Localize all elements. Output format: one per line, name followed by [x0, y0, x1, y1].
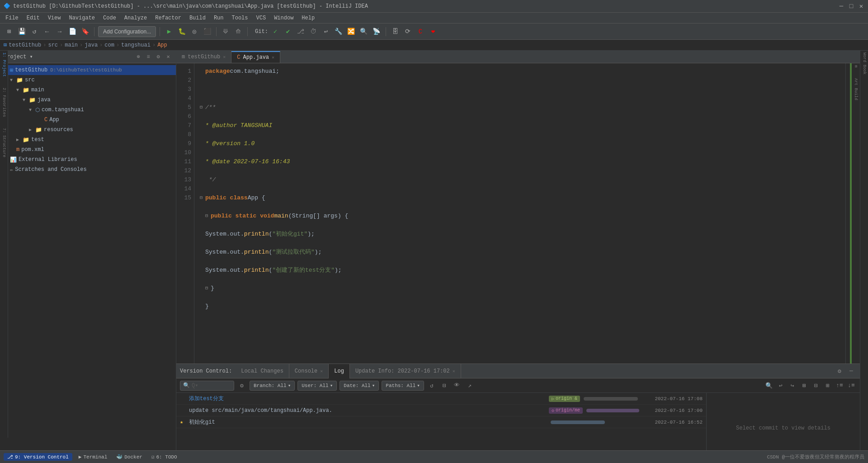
- commit-row-2[interactable]: update src/main/java/com/tangshuai/App.j…: [176, 405, 706, 416]
- sync-btn[interactable]: ↺: [29, 26, 40, 37]
- commit-row-1[interactable]: 添加test分支 ▷ origin & 2022-07-16 17:08: [176, 393, 706, 405]
- fold-8[interactable]: ⊟: [200, 194, 205, 203]
- favorites-sidebar-label[interactable]: 2: Favorites: [2, 88, 6, 117]
- fold-9[interactable]: ⊟: [205, 212, 211, 221]
- layout3-btn[interactable]: ⊞: [823, 381, 833, 391]
- project-sidebar-label[interactable]: 1: Project: [2, 52, 6, 77]
- full-search-btn[interactable]: 🔍: [764, 381, 774, 391]
- menu-view[interactable]: View: [44, 14, 65, 22]
- tab-local-changes[interactable]: Local Changes: [236, 364, 289, 378]
- layout2-btn[interactable]: ⊟: [811, 381, 821, 391]
- menu-help[interactable]: Help: [298, 14, 318, 22]
- menu-navigate[interactable]: Navigate: [65, 14, 99, 22]
- paths-filter[interactable]: Paths: All ▾: [382, 381, 424, 391]
- breadcrumb-tangshuai[interactable]: tangshuai: [121, 42, 151, 48]
- undo-btn[interactable]: ↩: [321, 26, 331, 37]
- tab-log[interactable]: Log: [329, 364, 350, 378]
- remote-btn[interactable]: 📡: [371, 26, 382, 37]
- back-btn[interactable]: ←: [42, 26, 52, 37]
- tree-item-java[interactable]: ▼ 📁 java: [0, 95, 176, 105]
- close-button[interactable]: ✕: [858, 3, 864, 9]
- run-btn[interactable]: ▶: [164, 26, 175, 37]
- word-book-label[interactable]: Word Book: [862, 52, 867, 75]
- add-configuration-button[interactable]: Add Configuration...: [98, 26, 156, 37]
- refresh-log-btn[interactable]: ↺: [427, 381, 437, 391]
- tree-item-testgithub[interactable]: ▼ ⊞ testGithub D:\GithubTest\testGithub: [0, 65, 176, 75]
- sort-asc-btn[interactable]: ↑≡: [835, 381, 844, 391]
- run-with-coverage-btn[interactable]: ◎: [189, 26, 200, 37]
- tree-item-com-tangshuai[interactable]: ▼ ⬡ com.tangshuai: [0, 105, 176, 115]
- tree-item-pom[interactable]: ▶ m pom.xml: [0, 145, 176, 155]
- art-build-strip-label[interactable]: Art Build: [854, 78, 858, 100]
- tree-item-resources[interactable]: ▶ 📁 resources: [0, 125, 176, 135]
- tree-item-ext-libs[interactable]: ▶ 📊 External Libraries: [0, 155, 176, 165]
- tab-appjava[interactable]: C App.java ✕: [231, 51, 280, 63]
- tree-item-app[interactable]: ▶ C App: [0, 115, 176, 125]
- redo-log-btn[interactable]: ↪: [788, 381, 797, 391]
- breadcrumb-testgithub[interactable]: testGithub: [9, 42, 41, 48]
- search-btn[interactable]: 🔍: [359, 26, 369, 37]
- sync2-btn[interactable]: ⟳: [402, 26, 413, 37]
- bottom-minimize-btn[interactable]: ─: [846, 366, 856, 376]
- tree-item-src[interactable]: ▼ 📁 src: [0, 75, 176, 85]
- docker-btn[interactable]: 🐳 Docker: [113, 454, 145, 460]
- tree-item-scratches[interactable]: ▶ ✏ Scratches and Consoles: [0, 165, 176, 175]
- close-panel-btn[interactable]: ✕: [164, 53, 172, 61]
- bookmark-btn[interactable]: 🔖: [80, 26, 90, 37]
- breadcrumb-main[interactable]: main: [65, 42, 78, 48]
- tab-update-info[interactable]: Update Info: 2022-07-16 17:02 ✕: [350, 364, 461, 378]
- logo-btn[interactable]: C: [415, 26, 426, 37]
- breadcrumb-app[interactable]: App: [157, 42, 167, 48]
- menu-build[interactable]: Build: [186, 14, 209, 22]
- sync-project-btn[interactable]: ⊕: [134, 53, 142, 61]
- recent-files-btn[interactable]: 📄: [67, 26, 78, 37]
- layout-btn[interactable]: ⊞: [799, 381, 809, 391]
- git-check-btn[interactable]: ✓: [270, 26, 281, 37]
- tab-console[interactable]: Console ✕: [289, 364, 329, 378]
- save-btn[interactable]: 💾: [16, 26, 27, 37]
- git-tick-btn[interactable]: ✔: [283, 26, 293, 37]
- tab-update-close[interactable]: ✕: [453, 369, 455, 374]
- debug-btn[interactable]: 🐛: [176, 26, 187, 37]
- settings-btn[interactable]: 🔧: [333, 26, 344, 37]
- terminal-btn[interactable]: ▶ Terminal: [76, 454, 110, 460]
- menu-refactor[interactable]: Refactor: [151, 14, 185, 22]
- collapse-log-btn[interactable]: ⊟: [439, 381, 449, 391]
- branch-filter[interactable]: Branch: All ▾: [250, 381, 295, 391]
- version-control-btn[interactable]: ⎇ 9: Version Control: [4, 453, 72, 461]
- settings-panel-btn[interactable]: ⚙: [154, 53, 162, 61]
- tab-testgithub[interactable]: m testGithub ✕: [176, 51, 231, 63]
- export-log-btn[interactable]: ↗: [465, 381, 475, 391]
- menu-window[interactable]: Window: [270, 14, 297, 22]
- eye-log-btn[interactable]: 👁: [452, 381, 462, 391]
- minimize-button[interactable]: ─: [838, 3, 844, 9]
- collapse-btn[interactable]: ≡: [144, 53, 152, 61]
- menu-vcs[interactable]: VCS: [253, 14, 270, 22]
- tree-item-test[interactable]: ▶ 📁 test: [0, 135, 176, 145]
- todo-btn[interactable]: ☑ 6: TODO: [149, 454, 180, 460]
- git-history-btn[interactable]: ⏱: [308, 26, 319, 37]
- maven-strip-label[interactable]: m: [854, 65, 858, 67]
- sort-desc-btn[interactable]: ↓≡: [846, 381, 856, 391]
- project-icon-btn[interactable]: ⊞: [4, 26, 14, 37]
- breadcrumb-java[interactable]: java: [85, 42, 98, 48]
- editor-content[interactable]: 1 2 3 4 5 6 7 8 9 10 11 12 13 14 15 pack…: [176, 63, 852, 364]
- database-btn[interactable]: 🗄: [390, 26, 401, 37]
- tree-item-main[interactable]: ▼ 📁 main: [0, 85, 176, 95]
- log-filter-settings-btn[interactable]: ⚙: [237, 381, 247, 391]
- tab-console-close[interactable]: ✕: [320, 369, 323, 374]
- code-editor[interactable]: package com.tangshuai; ⊟/** * @author TA…: [194, 63, 845, 364]
- vcs-update-btn[interactable]: ⟱: [220, 26, 231, 37]
- vcs-push-btn[interactable]: ⟰: [233, 26, 244, 37]
- tab-close-testgithub[interactable]: ✕: [223, 54, 226, 60]
- git-branch-btn[interactable]: ⎇: [295, 26, 306, 37]
- bottom-settings-btn[interactable]: ⚙: [835, 366, 844, 376]
- log-search-box[interactable]: 🔍 Q▾: [180, 381, 234, 391]
- commit-row-3[interactable]: ★ 初始化git 2022-07-16 16:52: [176, 416, 706, 428]
- fold-3[interactable]: ⊟: [200, 103, 205, 112]
- tab-close-appjava[interactable]: ✕: [272, 55, 274, 60]
- stop-btn[interactable]: ⬛: [202, 26, 212, 37]
- user-filter[interactable]: User: All ▾: [297, 381, 337, 391]
- menu-file[interactable]: File: [2, 14, 22, 22]
- maximize-button[interactable]: □: [848, 3, 854, 9]
